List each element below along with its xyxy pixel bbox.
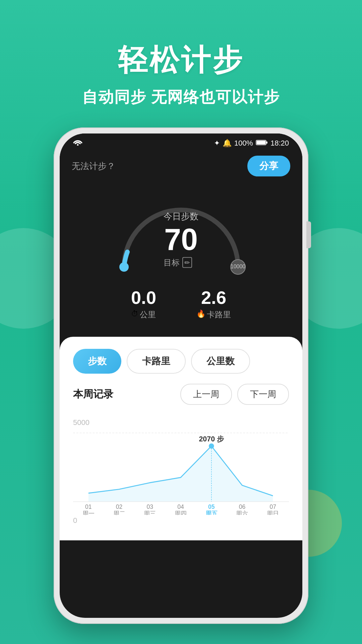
next-week-button[interactable]: 下一周 [237,384,289,405]
status-right: ✦ 🔔 100% 18:20 [214,139,289,148]
white-panel: 步数 卡路里 公里数 本周记录 上一周 下一周 5000 [60,337,302,540]
battery-text: 100% [234,139,253,148]
app-title: 轻松计步 [0,40,362,80]
calories-unit-row: 🔥 卡路里 [196,308,231,320]
svg-text:周二: 周二 [113,510,125,515]
svg-marker-8 [88,446,273,502]
svg-text:02: 02 [116,503,123,510]
chart-svg-wrapper: 2070 步 01 周一 02 周二 03 周三 04 周四 [73,430,289,516]
svg-text:01: 01 [85,503,92,510]
gauge-center: 今日步数 70 目标 ✏ [164,211,198,268]
prev-week-button[interactable]: 上一周 [180,384,232,405]
week-chart: 2070 步 01 周一 02 周二 03 周三 04 周四 [73,430,289,515]
svg-text:05: 05 [208,503,215,510]
tab-distance[interactable]: 公里数 [191,349,250,374]
distance-value: 0.0 [131,287,156,308]
svg-rect-2 [266,142,267,144]
week-title: 本周记录 [73,387,113,401]
tab-steps[interactable]: 步数 [73,349,121,374]
clock-icon: ⏱ [131,310,138,318]
top-action-bar: 无法计步？ 分享 [60,150,302,180]
svg-text:周六: 周六 [236,510,248,515]
week-navigation: 上一周 下一周 [180,384,289,405]
svg-text:07: 07 [269,503,276,510]
chart-y-5000: 5000 [73,418,289,427]
svg-text:周五: 周五 [205,510,218,515]
distance-unit: 公里 [140,309,156,320]
svg-text:周日: 周日 [267,510,279,515]
app-subtitle: 自动同步 无网络也可以计步 [0,87,362,108]
gauge-target: 目标 ✏ [164,257,198,268]
status-bar: ✦ 🔔 100% 18:20 [60,133,302,150]
fire-icon: 🔥 [196,310,205,318]
svg-text:周四: 周四 [175,510,187,515]
distance-unit-row: ⏱ 公里 [131,308,156,320]
help-link[interactable]: 无法计步？ [72,160,115,172]
share-button[interactable]: 分享 [247,156,290,176]
svg-point-4 [119,262,129,272]
stat-calories: 2.6 🔥 卡路里 [196,287,231,320]
week-header: 本周记录 上一周 下一周 [73,384,289,405]
svg-text:04: 04 [177,503,184,510]
stats-row: 0.0 ⏱ 公里 2.6 🔥 卡路里 [131,287,231,327]
stat-distance: 0.0 ⏱ 公里 [131,287,156,320]
calories-unit: 卡路里 [207,309,231,320]
edit-target-icon[interactable]: ✏ [182,257,192,268]
gauge-label: 今日步数 [164,211,198,222]
calories-value: 2.6 [196,287,231,308]
svg-point-0 [77,144,79,146]
phone-side-button [306,221,311,248]
gauge-value: 70 [164,224,198,255]
svg-text:周一: 周一 [82,510,95,515]
tab-bar: 步数 卡路里 公里数 [73,349,289,374]
svg-text:03: 03 [147,503,154,510]
svg-text:10000: 10000 [231,264,246,269]
gauge-container: 10000 今日步数 70 目标 ✏ [111,186,251,280]
svg-rect-3 [256,141,265,145]
svg-text:周三: 周三 [144,510,156,515]
bluetooth-icon: ✦ [214,139,220,148]
battery-icon [256,139,268,148]
wifi-icon [73,139,82,148]
time-display: 18:20 [270,139,289,148]
chart-area: 5000 [73,415,289,528]
phone-screen: ✦ 🔔 100% 18:20 无法计步？ 分享 [60,133,302,618]
svg-text:06: 06 [239,503,246,510]
phone-mockup: ✦ 🔔 100% 18:20 无法计步？ 分享 [54,127,308,624]
tab-calories[interactable]: 卡路里 [127,349,186,374]
header-section: 轻松计步 自动同步 无网络也可以计步 [0,0,362,108]
notification-icon: 🔔 [223,139,232,148]
svg-text:2070 步: 2070 步 [199,435,224,443]
phone-frame: ✦ 🔔 100% 18:20 无法计步？ 分享 [54,127,308,624]
gauge-area: 10000 今日步数 70 目标 ✏ 0.0 [60,180,302,337]
chart-y-0: 0 [73,516,289,525]
